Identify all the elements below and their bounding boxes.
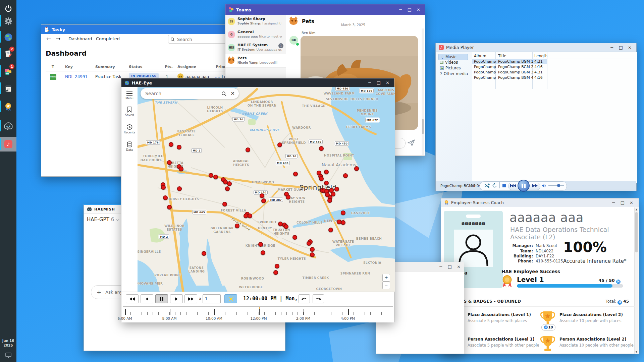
- model-selector[interactable]: HAE-GPT 6: [87, 217, 118, 223]
- map-dot[interactable]: [202, 251, 206, 256]
- taskbar-item-tasky[interactable]: 2: [0, 48, 16, 60]
- rewind-button[interactable]: [126, 294, 139, 303]
- taskbar-item-haemish[interactable]: [0, 120, 16, 132]
- col-summary[interactable]: Summary: [95, 65, 115, 69]
- track-row[interactable]: PogoChamp PogoChamp BGM 4 4:16: [472, 75, 547, 80]
- tab-dashboard[interactable]: Dashboard: [68, 36, 92, 41]
- col-assignee[interactable]: Assignee: [177, 65, 196, 69]
- speed-input[interactable]: [203, 294, 221, 303]
- badge-item-person-1[interactable]: Person Associations (Level 1) Associate …: [468, 337, 539, 348]
- untitled-minimize-button[interactable]: −: [439, 264, 443, 269]
- zoom-out-button[interactable]: −: [382, 282, 390, 289]
- map-dot[interactable]: [319, 146, 324, 151]
- hae-eye-titlebar[interactable]: HAE-Eye: [121, 78, 394, 87]
- esc-maximize-button[interactable]: □: [621, 200, 625, 205]
- taskbar-item-success-coach[interactable]: [0, 101, 16, 113]
- sidebar-item-recents[interactable]: Recents: [121, 124, 138, 134]
- map-dot[interactable]: [354, 166, 359, 171]
- timeline-ruler[interactable]: [123, 306, 393, 315]
- map-dot[interactable]: [167, 205, 172, 209]
- task-key-link[interactable]: NDL-24991: [65, 74, 88, 79]
- map-dot[interactable]: [161, 185, 166, 190]
- channel-general[interactable]: G General aaaaaa aaa: Nice to meet you.: [225, 28, 286, 42]
- untitled-close-button[interactable]: ×: [457, 264, 461, 269]
- sidebar-item-data[interactable]: Data: [121, 141, 138, 152]
- tasky-search-input[interactable]: [176, 37, 228, 42]
- map-dot[interactable]: [177, 186, 182, 191]
- column-title[interactable]: Title: [498, 54, 506, 58]
- col-status[interactable]: Status: [129, 65, 142, 69]
- map-dot[interactable]: [163, 195, 168, 200]
- channel-pets[interactable]: ♥♥ Pets Nicole Yang: Looooooollll: [225, 54, 286, 68]
- shuffle-icon[interactable]: [484, 183, 490, 188]
- map-dot[interactable]: [248, 214, 252, 218]
- map-dot[interactable]: [284, 224, 288, 229]
- teams-titlebar[interactable]: Teams: [225, 4, 425, 15]
- notifications-tray[interactable]: [0, 351, 16, 359]
- col-type[interactable]: T: [52, 65, 54, 69]
- hae-eye-maximize-button[interactable]: □: [377, 80, 381, 85]
- badge-item-place-2[interactable]: Place Associations (Level 2) Associate 1…: [559, 312, 623, 323]
- map-dot[interactable]: [310, 247, 315, 252]
- sidebar-item-menu[interactable]: Menu: [121, 90, 138, 100]
- map-dot[interactable]: [244, 214, 248, 218]
- taskbar-item-hae-eye[interactable]: [0, 31, 16, 43]
- undo-button[interactable]: [299, 294, 310, 303]
- media-player-titlebar[interactable]: ♪ Media Player: [436, 43, 636, 52]
- map-dot[interactable]: [286, 195, 290, 199]
- media-player-maximize-button[interactable]: □: [619, 45, 623, 50]
- sidebar-item-pictures[interactable]: Pictures: [438, 65, 463, 71]
- map-dot[interactable]: [341, 210, 345, 215]
- scroll-down-icon[interactable]: ▼: [635, 350, 638, 354]
- map-dot[interactable]: [337, 220, 341, 224]
- scrollbar-thumb[interactable]: [422, 119, 424, 134]
- map-dot[interactable]: [177, 145, 181, 149]
- esc-minimize-button[interactable]: −: [612, 200, 615, 205]
- forward-button[interactable]: →: [56, 35, 60, 42]
- back-button[interactable]: ←: [46, 35, 51, 42]
- hae-eye-close-button[interactable]: ×: [386, 80, 389, 85]
- column-album[interactable]: Album: [474, 54, 486, 58]
- map-dot[interactable]: [179, 167, 183, 171]
- map-dot[interactable]: [225, 186, 230, 191]
- esc-titlebar[interactable]: Employee Success Coach: [441, 198, 639, 207]
- map-dot[interactable]: [169, 142, 173, 147]
- previous-button[interactable]: [510, 184, 516, 187]
- search-icon[interactable]: [221, 91, 226, 96]
- map-search-input[interactable]: [145, 90, 221, 97]
- map-dot[interactable]: [324, 181, 329, 185]
- map-dot[interactable]: [261, 250, 265, 255]
- chat-scrollbar[interactable]: [422, 28, 424, 155]
- teams-close-button[interactable]: ×: [417, 7, 420, 12]
- map-dot[interactable]: [324, 170, 329, 174]
- map-dot[interactable]: [310, 252, 315, 257]
- teams-minimize-button[interactable]: −: [399, 7, 402, 12]
- track-row[interactable]: PogoChamp PogoChamp BGM 3 4:31: [472, 70, 547, 75]
- map-dot[interactable]: [327, 198, 332, 203]
- map-dot[interactable]: [307, 241, 311, 246]
- tasky-titlebar[interactable]: Tasky: [41, 25, 234, 34]
- next-button[interactable]: [532, 184, 538, 187]
- untitled-maximize-button[interactable]: □: [448, 264, 452, 269]
- clear-search-icon[interactable]: ✕: [230, 90, 235, 97]
- column-length[interactable]: Length: [534, 54, 548, 58]
- track-row-selected[interactable]: PogoChamp PogoChamp BGM 1 4:31: [472, 59, 547, 64]
- map-search-bar[interactable]: ✕: [141, 88, 239, 99]
- sidebar-item-music[interactable]: ♫Music: [438, 54, 468, 60]
- volume-slider[interactable]: [548, 185, 564, 186]
- scroll-up-icon[interactable]: ▲: [635, 207, 638, 212]
- task-summary[interactable]: Practice Task: [95, 74, 121, 79]
- badge-item-person-2[interactable]: Person Associations (Level 2) Associate …: [559, 337, 634, 348]
- map-dot[interactable]: [246, 147, 250, 152]
- map-dot[interactable]: [275, 264, 279, 268]
- map-canvas[interactable]: THE SEVERNWEEMS CREEKMARINERS COVELINDAM…: [138, 87, 395, 292]
- step-back-button[interactable]: [141, 294, 153, 303]
- channel-hae-it-system[interactable]: HIS HAE IT System 1 IT System: User aaaa…: [225, 41, 286, 55]
- redo-button[interactable]: [313, 294, 324, 303]
- teams-maximize-button[interactable]: □: [408, 7, 412, 12]
- map-dot[interactable]: [319, 176, 324, 181]
- map-dot[interactable]: [209, 173, 213, 178]
- map-dot[interactable]: [293, 172, 298, 176]
- taskbar-item-documents[interactable]: [0, 82, 16, 95]
- map-dot[interactable]: [273, 270, 278, 275]
